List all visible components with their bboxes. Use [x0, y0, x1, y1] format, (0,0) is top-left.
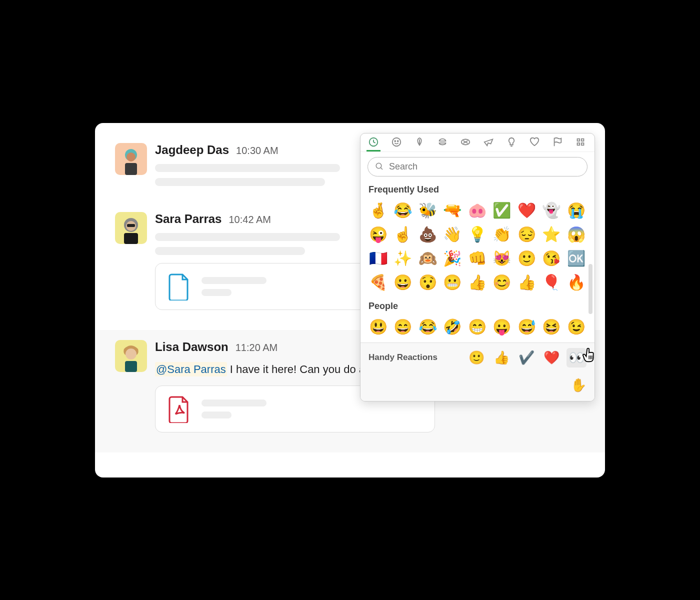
tab-food[interactable]	[436, 138, 450, 152]
emoji[interactable]: 🎉	[442, 248, 463, 269]
emoji[interactable]: 👍	[516, 272, 537, 293]
emoji-grid-frequent: 🤞😂🐝🔫🐽✅❤️👻😭😜☝️💩👋💡👏😔⭐😱🇫🇷✨🙉🎉👊😻🙂😘🆗🍕😀😯😬👍😊👍🎈🔥	[360, 198, 594, 298]
emoji[interactable]: 🙉	[417, 248, 438, 269]
svg-point-16	[126, 348, 136, 360]
tab-objects[interactable]	[504, 138, 518, 152]
emoji[interactable]: 🙂	[516, 248, 537, 269]
handy-reaction[interactable]: ✔️	[516, 348, 536, 368]
chat-window: Jagdeep Das 10:30 AM Sara Parras 10:42 A…	[95, 123, 605, 478]
tab-recent[interactable]	[366, 138, 380, 152]
tab-custom[interactable]	[574, 138, 588, 152]
emoji[interactable]: 👻	[541, 200, 562, 221]
timestamp: 11:20 AM	[236, 342, 278, 354]
timestamp: 10:30 AM	[236, 145, 278, 156]
emoji-picker: Frequently Used 🤞😂🐝🔫🐽✅❤️👻😭😜☝️💩👋💡👏😔⭐😱🇫🇷✨🙉…	[360, 133, 595, 402]
pdf-icon	[168, 395, 192, 423]
text-placeholder	[155, 164, 340, 172]
emoji[interactable]: ⭐	[541, 224, 562, 245]
svg-point-19	[392, 138, 401, 146]
handy-reaction[interactable]: 👀	[566, 348, 586, 368]
tab-smileys[interactable]	[390, 138, 404, 152]
svg-rect-5	[127, 224, 135, 227]
emoji[interactable]: 😱	[566, 224, 586, 245]
emoji[interactable]: 🔥	[566, 272, 586, 293]
emoji[interactable]: 😄	[392, 316, 414, 338]
svg-point-20	[394, 140, 396, 142]
emoji[interactable]: 💩	[417, 224, 438, 245]
emoji[interactable]: 😔	[516, 224, 537, 245]
svg-rect-6	[124, 233, 138, 244]
emoji[interactable]: ☝️	[392, 224, 414, 245]
text-placeholder	[155, 233, 340, 241]
tab-activity[interactable]	[458, 138, 472, 152]
emoji[interactable]: 🆗	[566, 248, 586, 269]
emoji[interactable]: 🇫🇷	[368, 248, 388, 269]
emoji[interactable]: 😘	[541, 248, 562, 269]
svg-rect-2	[125, 163, 137, 175]
emoji[interactable]: ❤️	[516, 200, 537, 221]
tab-travel[interactable]	[482, 138, 496, 152]
file-info	[202, 400, 422, 418]
emoji-search-wrap	[360, 152, 594, 182]
emoji[interactable]: 👏	[492, 224, 512, 245]
svg-point-23	[376, 163, 382, 168]
handy-reaction[interactable]: 👍	[492, 348, 512, 368]
search-icon	[375, 162, 384, 171]
emoji[interactable]: 😭	[566, 200, 586, 221]
emoji[interactable]: 😻	[492, 248, 512, 269]
emoji[interactable]: 😁	[466, 316, 488, 338]
mention[interactable]: @Sara Parras	[155, 362, 227, 376]
handy-reactions-row: Handy Reactions 🙂👍✔️❤️👀	[360, 342, 594, 372]
sender-name: Lisa Dawson	[155, 340, 228, 354]
text-placeholder	[155, 247, 305, 255]
emoji[interactable]: ✨	[392, 248, 414, 269]
emoji[interactable]: 👊	[466, 248, 488, 269]
emoji[interactable]: 👍	[466, 272, 488, 293]
emoji[interactable]: ✅	[492, 200, 512, 221]
emoji[interactable]: 🤣	[442, 316, 463, 338]
handy-reaction[interactable]: ❤️	[542, 348, 562, 368]
emoji[interactable]: 🐝	[417, 200, 438, 221]
emoji[interactable]: 😜	[368, 224, 388, 245]
emoji[interactable]: 😂	[392, 200, 414, 221]
handy-reaction[interactable]: 🙂	[466, 348, 486, 368]
svg-point-1	[126, 152, 136, 162]
emoji[interactable]: 💡	[466, 224, 488, 245]
tab-flags[interactable]	[550, 138, 564, 152]
emoji[interactable]: 😂	[417, 316, 438, 338]
text-placeholder	[155, 178, 325, 186]
avatar[interactable]	[115, 143, 147, 175]
skin-tone-row: ✋	[360, 372, 594, 401]
emoji[interactable]: 😅	[516, 316, 537, 338]
emoji[interactable]: 🤞	[368, 200, 388, 221]
emoji-search-box[interactable]	[368, 157, 588, 176]
svg-point-21	[398, 140, 398, 142]
emoji[interactable]: 😃	[368, 316, 388, 338]
timestamp: 10:42 AM	[228, 214, 271, 226]
sender-name: Jagdeep Das	[155, 143, 229, 157]
skin-tone-selector[interactable]: ✋	[570, 378, 586, 393]
avatar[interactable]	[115, 340, 147, 372]
avatar[interactable]	[115, 212, 147, 244]
section-frequently-used: Frequently Used	[360, 182, 594, 198]
emoji[interactable]: 🎈	[541, 272, 562, 293]
emoji[interactable]: 🔫	[442, 200, 463, 221]
tab-symbols[interactable]	[528, 138, 542, 152]
document-icon	[168, 272, 192, 300]
emoji-grid-people: 😃😄😂🤣😁😛😅😆😉	[360, 314, 594, 342]
emoji[interactable]: 😆	[541, 316, 562, 338]
emoji[interactable]: 😊	[492, 272, 512, 293]
emoji[interactable]: 😬	[442, 272, 463, 293]
emoji[interactable]: 😛	[492, 316, 512, 338]
emoji[interactable]: 🐽	[466, 200, 488, 221]
emoji-search-input[interactable]	[389, 162, 580, 172]
tab-nature[interactable]	[412, 138, 426, 152]
emoji-category-tabs	[360, 134, 594, 152]
emoji[interactable]: 😯	[417, 272, 438, 293]
emoji[interactable]: 😀	[392, 272, 414, 293]
scrollbar[interactable]	[588, 264, 594, 329]
emoji[interactable]: 🍕	[368, 272, 388, 293]
emoji[interactable]: 👋	[442, 224, 463, 245]
emoji[interactable]: 😉	[566, 316, 586, 338]
section-people: People	[360, 298, 594, 314]
